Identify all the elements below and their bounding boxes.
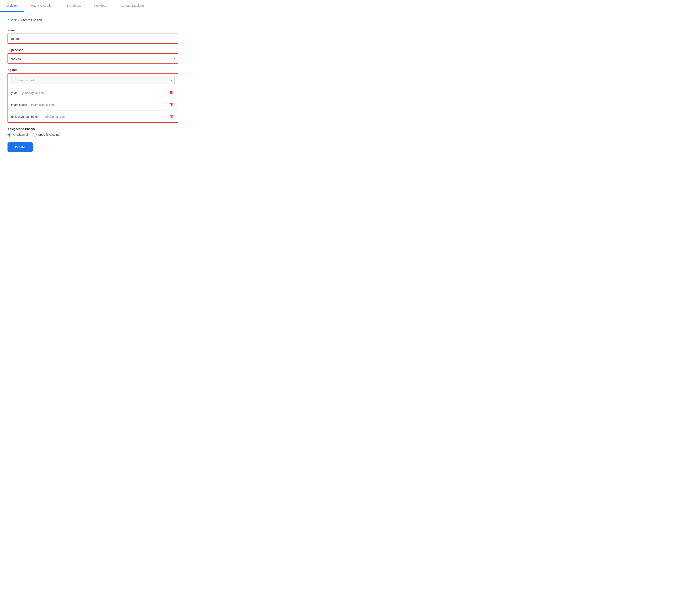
agents-select[interactable]: Choose agents — [11, 76, 175, 84]
specific-channel-label: Specific Channel — [38, 133, 60, 136]
trash-icon — [169, 103, 173, 107]
agents-section: Agents Choose agents ▾ yuda - yuda@gmail… — [7, 68, 180, 123]
page-content: Back / Create Division Name Supervisor q… — [0, 12, 188, 158]
supervisor-label: Supervisor — [7, 48, 180, 52]
agent-row: yuda - yuda@gmail.com — [8, 87, 178, 99]
breadcrumb: Back / Create Division — [7, 18, 180, 22]
radio-group: All Channel Specific Channel — [7, 133, 180, 137]
back-button[interactable]: Back — [7, 18, 17, 22]
supervisor-select[interactable]: qory cs — [7, 54, 178, 64]
all-channel-option[interactable]: All Channel — [7, 133, 28, 137]
tab-division[interactable]: Division — [0, 0, 24, 12]
agents-dropdown-row: Choose agents ▾ — [8, 74, 178, 87]
agent-name-email: imam snack - imam@gmail.com — [11, 103, 54, 106]
create-button[interactable]: Create — [7, 142, 33, 152]
agent-name-email: yuda - yuda@gmail.com — [11, 91, 45, 95]
all-channel-label: All Channel — [13, 133, 28, 136]
breadcrumb-current: Create Division — [21, 18, 42, 22]
trash-icon — [169, 91, 173, 95]
agents-container: Choose agents ▾ yuda - yuda@gmail.com — [7, 73, 178, 123]
name-input[interactable] — [7, 34, 178, 44]
tab-contact-masking[interactable]: Contact Masking — [114, 0, 151, 12]
agent-name: imam snack — [11, 103, 27, 106]
tab-broadcast[interactable]: Broadcast — [60, 0, 87, 12]
agent-email: yuda@gmail.com — [22, 91, 45, 95]
agent-email: dafit@gmail.com — [44, 115, 65, 119]
name-label: Name — [7, 28, 180, 32]
all-channel-radio[interactable] — [7, 133, 11, 137]
agent-row: dafit sayur dan frozen - dafit@gmail.com — [8, 111, 178, 122]
delete-agent-0-button[interactable] — [168, 90, 175, 95]
agent-name: dafit sayur dan frozen — [11, 115, 39, 119]
name-section: Name — [7, 28, 180, 44]
delete-agent-2-button[interactable] — [168, 114, 175, 119]
agent-row: imam snack - imam@gmail.com — [8, 99, 178, 111]
agent-name-email: dafit sayur dan frozen - dafit@gmail.com — [11, 115, 65, 119]
breadcrumb-separator: / — [18, 18, 19, 22]
tab-workload[interactable]: Workload — [87, 0, 114, 12]
channel-label: Assigned to Channel — [7, 127, 180, 131]
agents-label: Agents — [7, 68, 180, 71]
delete-agent-1-button[interactable] — [168, 102, 175, 107]
channel-section: Assigned to Channel All Channel Specific… — [7, 127, 180, 137]
specific-channel-radio[interactable] — [33, 133, 37, 137]
tab-bar: Division Agent Allocation Broadcast Work… — [0, 0, 700, 12]
supervisor-select-wrapper: qory cs ▾ — [7, 54, 178, 64]
supervisor-section: Supervisor qory cs ▾ — [7, 48, 180, 64]
tab-agent-allocation[interactable]: Agent Allocation — [24, 0, 60, 12]
trash-icon — [169, 114, 173, 119]
agent-email: imam@gmail.com — [31, 103, 54, 106]
specific-channel-option[interactable]: Specific Channel — [33, 133, 60, 137]
agent-name: yuda — [11, 91, 18, 95]
